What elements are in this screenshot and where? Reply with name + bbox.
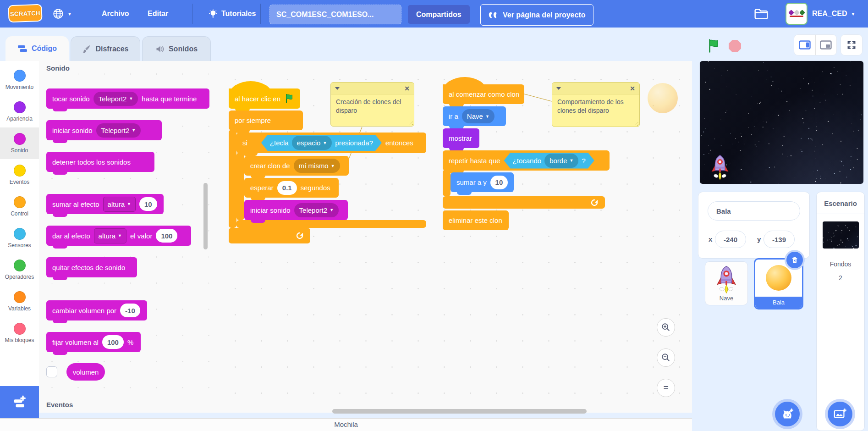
forever-spine[interactable] bbox=[229, 130, 236, 228]
number-input[interactable]: 100 bbox=[156, 229, 177, 243]
block-show[interactable]: mostrar bbox=[443, 128, 479, 148]
close-comment-icon[interactable]: ✕ bbox=[630, 85, 635, 92]
shared-button[interactable]: Compartidos bbox=[408, 5, 470, 24]
large-stage-button[interactable] bbox=[815, 35, 837, 55]
sensing-condition[interactable]: ¿teclaespacio▼presionada? bbox=[261, 135, 382, 151]
block-forever[interactable]: por siempre bbox=[229, 111, 303, 130]
comment-clone-behavior[interactable]: ✕Comportamiento de los clones del dispar… bbox=[552, 82, 640, 127]
dropdown-altura[interactable]: altura▼ bbox=[103, 197, 136, 212]
dropdown-teleport2[interactable]: Teleport2▼ bbox=[96, 123, 141, 138]
sidebar-category-eventos[interactable]: Eventos bbox=[0, 159, 39, 191]
add-sprite-button[interactable] bbox=[775, 402, 800, 426]
clear-sound-effects[interactable]: quitar efectos de sonido bbox=[46, 257, 137, 277]
start-sound[interactable]: iniciar sonidoTeleport2▼ bbox=[46, 120, 162, 140]
sidebar-category-control[interactable]: Control bbox=[0, 191, 39, 222]
number-input[interactable]: -10 bbox=[120, 304, 140, 317]
zoom-reset-button[interactable]: = bbox=[657, 379, 675, 397]
block-create-clone[interactable]: crear clon demí mismo▼ bbox=[244, 156, 349, 176]
block-delete-clone[interactable]: eliminar este clon bbox=[443, 210, 509, 230]
sidebar-category-variables[interactable]: Variables bbox=[0, 286, 39, 317]
block-go-to[interactable]: ir aNave▼ bbox=[443, 106, 506, 126]
number-input[interactable]: 10 bbox=[139, 197, 157, 211]
stage[interactable] bbox=[700, 61, 863, 184]
menu-edit[interactable]: Editar bbox=[141, 0, 175, 28]
dropdown-teleport2[interactable]: Teleport2▼ bbox=[294, 203, 339, 217]
collapse-comment-icon[interactable] bbox=[556, 87, 561, 90]
sidebar-category-sensores[interactable]: Sensores bbox=[0, 222, 39, 254]
sensing-condition[interactable]: ¿tocandoborde▼? bbox=[504, 153, 594, 169]
block-when-start-as-clone[interactable]: al comenzar como clon bbox=[443, 84, 524, 104]
block-when-flag-clicked[interactable]: al hacer clic en bbox=[229, 88, 300, 109]
tab-code[interactable]: Código bbox=[5, 36, 69, 61]
set-sound-effect[interactable]: dar al efectoaltura▼el valor100 bbox=[46, 226, 191, 246]
fullscreen-button[interactable] bbox=[841, 35, 862, 55]
comment-clone-creation[interactable]: ✕Creación de clones del disparo bbox=[330, 82, 414, 127]
dropdown-mí-mismo[interactable]: mí mismo▼ bbox=[294, 159, 340, 173]
forever-bottom-bar[interactable] bbox=[229, 228, 310, 243]
scratch-logo[interactable]: SCRATCH bbox=[8, 4, 42, 23]
zoom-in-button[interactable] bbox=[657, 318, 675, 337]
stage-selector-panel[interactable]: Escenario Fondos 2 bbox=[816, 192, 865, 431]
sidebar-category-operadores[interactable]: Operadores bbox=[0, 254, 39, 286]
avatar[interactable] bbox=[786, 3, 808, 25]
tab-sounds[interactable]: Sonidos bbox=[142, 36, 211, 61]
x-input[interactable]: -240 bbox=[715, 231, 746, 248]
horizontal-scrollbar[interactable] bbox=[332, 409, 587, 414]
dropdown-nave[interactable]: Nave▼ bbox=[462, 109, 494, 123]
repeat-spine[interactable] bbox=[443, 170, 450, 196]
user-menu[interactable]: REA_CED ▼ bbox=[812, 0, 855, 28]
dropdown-espacio[interactable]: espacio▼ bbox=[292, 136, 332, 150]
category-color-dot bbox=[14, 260, 26, 271]
number-input[interactable]: 10 bbox=[490, 176, 508, 189]
volume-checkbox[interactable] bbox=[46, 366, 57, 377]
dropdown-teleport2[interactable]: Teleport2▼ bbox=[93, 92, 138, 106]
rocket-sprite[interactable] bbox=[711, 155, 729, 180]
collapse-comment-icon[interactable] bbox=[335, 87, 340, 90]
comment-text[interactable]: Comportamiento de los clones del disparo bbox=[552, 94, 639, 127]
change-sound-effect[interactable]: sumar al efectoaltura▼10 bbox=[46, 194, 164, 214]
repeat-bottom-bar[interactable] bbox=[443, 196, 605, 209]
sprite-thumbnail-nave[interactable]: Nave bbox=[705, 261, 748, 305]
block-text: detener todos los sonidos bbox=[52, 158, 131, 166]
change-volume[interactable]: cambiar volumen por-10 bbox=[46, 300, 147, 320]
sidebar-category-sonido[interactable]: Sonido bbox=[0, 127, 39, 159]
y-input[interactable]: -139 bbox=[764, 231, 795, 248]
language-selector[interactable]: ▼ bbox=[46, 0, 78, 28]
delete-sprite-button[interactable] bbox=[786, 252, 803, 268]
sidebar-category-apariencia[interactable]: Apariencia bbox=[0, 96, 39, 127]
sidebar-category-mis-bloques[interactable]: Mis bloques bbox=[0, 317, 39, 349]
set-volume[interactable]: fijar volumen al100% bbox=[46, 332, 141, 352]
add-extension-button[interactable] bbox=[0, 386, 39, 418]
stop-all-sounds[interactable]: detener todos los sonidos bbox=[46, 152, 154, 172]
small-stage-button[interactable] bbox=[794, 35, 815, 55]
block-change-y[interactable]: sumar a y10 bbox=[450, 172, 514, 192]
block-wait-seconds[interactable]: esperar0.1segundos bbox=[244, 178, 339, 198]
dropdown-borde[interactable]: borde▼ bbox=[544, 154, 578, 168]
tab-costumes[interactable]: Disfraces bbox=[71, 36, 140, 61]
menu-file[interactable]: Archivo bbox=[95, 0, 136, 28]
comment-text[interactable]: Creación de clones del disparo bbox=[331, 94, 414, 126]
backdrop-thumbnail[interactable] bbox=[823, 221, 859, 249]
sidebar-category-movimiento[interactable]: Movimiento bbox=[0, 64, 39, 96]
green-flag-button[interactable] bbox=[707, 39, 721, 53]
close-comment-icon[interactable]: ✕ bbox=[404, 85, 410, 92]
stop-button[interactable] bbox=[729, 40, 741, 52]
see-project-page-button[interactable]: Ver página del proyecto bbox=[480, 4, 593, 26]
dropdown-altura[interactable]: altura▼ bbox=[94, 228, 126, 243]
block-if-then[interactable]: si¿teclaespacio▼presionada?entonces bbox=[236, 133, 426, 153]
play-sound-until-done[interactable]: tocar sonidoTeleport2▼hasta que termine bbox=[46, 88, 209, 109]
if-spine[interactable] bbox=[236, 153, 244, 220]
block-start-sound[interactable]: iniciar sonidoTeleport2▼ bbox=[244, 200, 348, 220]
menu-tutorials[interactable]: Tutoriales bbox=[202, 0, 262, 28]
add-backdrop-button[interactable] bbox=[828, 402, 852, 426]
number-input[interactable]: 100 bbox=[102, 335, 124, 349]
sprite-name-input[interactable]: Bala bbox=[708, 201, 800, 221]
block-repeat-until[interactable]: repetir hasta que¿tocandoborde▼? bbox=[443, 150, 610, 171]
volume-reporter[interactable]: volumen bbox=[66, 363, 105, 381]
zoom-out-button[interactable] bbox=[657, 348, 675, 367]
palette-scrollbar[interactable] bbox=[203, 183, 208, 249]
folder-icon[interactable] bbox=[754, 7, 769, 20]
backpack-bar[interactable]: Mochila bbox=[0, 418, 692, 431]
number-input[interactable]: 0.1 bbox=[277, 181, 297, 195]
project-name-input[interactable]: SC_COM1ESC_COM1ESO... bbox=[269, 5, 401, 24]
